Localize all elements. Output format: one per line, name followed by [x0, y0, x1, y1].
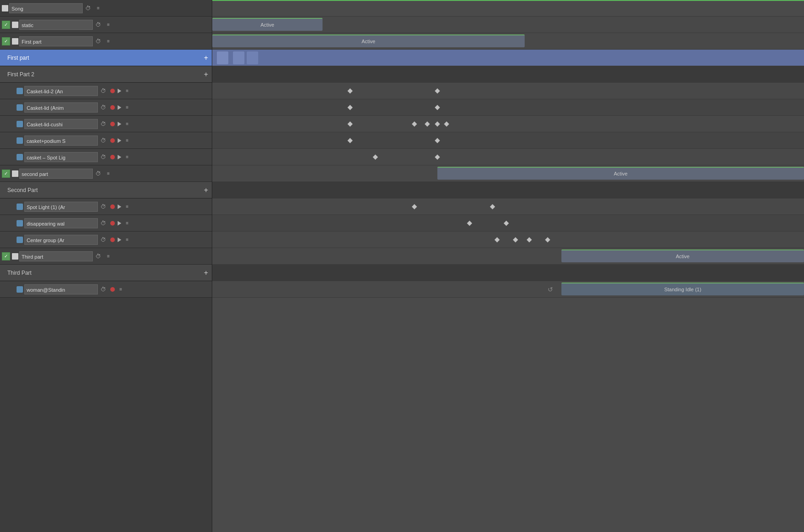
- static-icon: [12, 22, 18, 28]
- third-part-clock: ⏱: [95, 253, 102, 260]
- keyframe-casket-cushi-2: [412, 121, 417, 126]
- timeline-section-second-part: [212, 182, 804, 198]
- casket-spot-menu[interactable]: ≡: [124, 153, 131, 161]
- keyframe-casket-cushi-4: [435, 121, 440, 126]
- third-part-active-block: Active: [561, 249, 804, 262]
- keyframe-wal-2: [504, 221, 509, 226]
- standing-idle-block: Standing Idle (1): [561, 283, 804, 295]
- static-name: static: [19, 20, 93, 30]
- woman-standin-clock: ⏱: [100, 286, 107, 293]
- spot-light-play: [118, 204, 121, 209]
- timeline-center-group: [212, 232, 804, 248]
- second-part-checkbox[interactable]: ✓: [2, 170, 10, 178]
- song-name: Song: [9, 3, 83, 13]
- track-spot-light[interactable]: Spot Light (1) (Ar ⏱ ≡: [0, 198, 212, 215]
- keyframe-casket-lid-2-2: [435, 88, 440, 93]
- center-group-clock: ⏱: [100, 236, 107, 243]
- track-third-part[interactable]: ✓ Third part ⏱ ≡: [0, 248, 212, 265]
- timeline-section-third-part: [212, 265, 804, 281]
- casket-spot-play: [118, 155, 121, 159]
- keyframe-casket-cushi-1: [347, 121, 352, 126]
- song-green-bar: [212, 0, 804, 1]
- casket-spot-clock: ⏱: [100, 153, 107, 161]
- spot-light-menu[interactable]: ≡: [124, 203, 131, 210]
- center-group-menu[interactable]: ≡: [124, 236, 131, 243]
- song-icon: [2, 5, 8, 11]
- track-disappearing-wal[interactable]: disappearing wal ⏱ ≡: [0, 215, 212, 232]
- woman-standin-menu[interactable]: ≡: [117, 286, 125, 293]
- casket-podium-record: [110, 138, 115, 143]
- disappearing-wal-play: [118, 221, 121, 226]
- casket-lid-cushi-record: [110, 122, 115, 126]
- timeline-casket-podium: [212, 132, 804, 149]
- first-part-menu-icon[interactable]: ≡: [105, 38, 112, 45]
- timeline-second-part-track: Active: [212, 165, 804, 182]
- timeline-disappearing-wal: [212, 215, 804, 232]
- section-first-part[interactable]: First part +: [0, 50, 212, 66]
- timeline-row-song: [212, 0, 804, 17]
- casket-lid-icon: [17, 104, 23, 111]
- first-part-section-bar2: [233, 51, 244, 64]
- casket-lid-2-menu[interactable]: ≡: [124, 87, 131, 95]
- section-first-part-add[interactable]: +: [204, 54, 208, 62]
- casket-lid-play: [118, 105, 121, 110]
- second-part-menu[interactable]: ≡: [105, 170, 112, 177]
- second-part-active-label: Active: [614, 171, 628, 176]
- casket-spot-name: casket – Spot Lig: [24, 152, 98, 162]
- disappearing-wal-record: [110, 221, 115, 226]
- track-static[interactable]: ✓ static ⏱ ≡: [0, 17, 212, 33]
- first-part-icon: [12, 38, 18, 45]
- static-active-block: Active: [212, 18, 323, 31]
- track-second-part[interactable]: ✓ second part ⏱ ≡: [0, 165, 212, 182]
- track-first-part[interactable]: ✓ First part ⏱ ≡: [0, 33, 212, 50]
- third-part-menu[interactable]: ≡: [105, 253, 112, 260]
- casket-lid-cushi-name: Casket-lid-cushi: [24, 119, 98, 129]
- casket-lid-cushi-menu[interactable]: ≡: [124, 120, 131, 128]
- section-second-part-add[interactable]: +: [204, 186, 208, 194]
- first-part-checkbox[interactable]: ✓: [2, 37, 10, 45]
- first-part-active-label: Active: [362, 39, 375, 44]
- song-menu-icon[interactable]: ≡: [95, 5, 102, 12]
- keyframe-spot-light-2: [490, 204, 495, 209]
- static-checkbox[interactable]: ✓: [2, 21, 10, 29]
- casket-podium-menu[interactable]: ≡: [124, 137, 131, 144]
- timeline-container: Song ⏱ ≡ ✓ static ⏱ ≡ ✓ First part ⏱ ≡ F…: [0, 0, 804, 532]
- section-third-part-add[interactable]: +: [204, 269, 208, 277]
- casket-spot-icon: [17, 154, 23, 160]
- keyframe-spot-1: [373, 154, 378, 159]
- keyframe-podium-2: [435, 138, 440, 143]
- timeline-row-first-part-track: Active: [212, 33, 804, 50]
- casket-podium-play: [118, 138, 121, 143]
- second-part-name: second part: [19, 169, 93, 179]
- track-woman-standin[interactable]: woman@Standin ⏱ ≡: [0, 281, 212, 298]
- timeline-casket-spot: [212, 149, 804, 165]
- section-third-part[interactable]: Third Part +: [0, 265, 212, 281]
- timeline-woman-standin: ↺ Standing Idle (1): [212, 281, 804, 298]
- casket-lid-cushi-icon: [17, 121, 23, 127]
- keyframe-wal-1: [467, 221, 472, 226]
- second-part-icon: [12, 170, 18, 177]
- section-first-part-2[interactable]: First Part 2 +: [0, 66, 212, 83]
- keyframe-casket-cushi-3: [425, 121, 430, 126]
- keyframe-spot-light-1: [412, 204, 417, 209]
- disappearing-wal-clock: ⏱: [100, 220, 107, 227]
- track-casket-lid[interactable]: Casket-lid (Anim ⏱ ≡: [0, 99, 212, 116]
- track-casket-lid-cushi[interactable]: Casket-lid-cushi ⏱ ≡: [0, 116, 212, 132]
- redo-icon[interactable]: ↺: [548, 286, 553, 293]
- track-casket-spot[interactable]: casket – Spot Lig ⏱ ≡: [0, 149, 212, 165]
- third-part-checkbox[interactable]: ✓: [2, 252, 10, 260]
- track-casket-lid-2[interactable]: Casket-lid-2 (An ⏱ ≡: [0, 83, 212, 99]
- timeline-spot-light: [212, 198, 804, 215]
- track-casket-podium[interactable]: casket+podium S ⏱ ≡: [0, 132, 212, 149]
- section-first-part-2-add[interactable]: +: [204, 70, 208, 79]
- casket-podium-icon: [17, 137, 23, 144]
- center-group-play: [118, 238, 121, 242]
- static-menu-icon[interactable]: ≡: [105, 21, 112, 28]
- track-center-group[interactable]: Center group (Ar ⏱ ≡: [0, 232, 212, 248]
- section-second-part[interactable]: Second Part +: [0, 182, 212, 198]
- standing-idle-label: Standing Idle (1): [664, 287, 702, 292]
- casket-lid-menu[interactable]: ≡: [124, 104, 131, 111]
- disappearing-wal-menu[interactable]: ≡: [124, 220, 131, 227]
- track-song[interactable]: Song ⏱ ≡: [0, 0, 212, 17]
- second-part-clock: ⏱: [95, 170, 102, 177]
